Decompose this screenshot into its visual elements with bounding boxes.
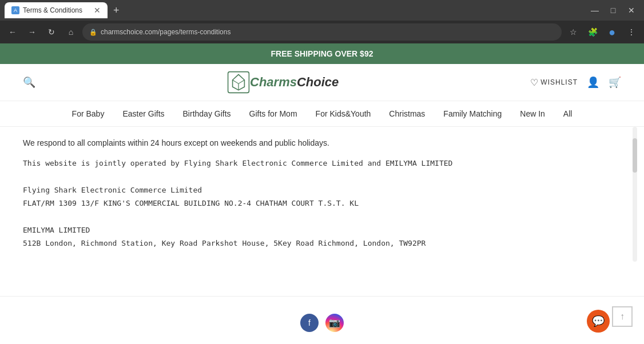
nav-item-birthday-gifts[interactable]: Birthday Gifts (174, 101, 240, 126)
banner-text: FREE SHIPPING OVER $92 (271, 49, 373, 58)
lock-icon: 🔒 (89, 29, 97, 36)
home-button[interactable]: ⌂ (63, 24, 79, 40)
wishlist-button[interactable]: ♡ WISHLIST (530, 77, 578, 88)
nav-item-for-kids-youth[interactable]: For Kids&Youth (307, 101, 380, 126)
new-tab-button[interactable]: + (110, 5, 123, 17)
instagram-icon[interactable]: 📷 (325, 314, 344, 332)
bookmark-button[interactable]: ☆ (565, 24, 581, 40)
complaints-text: We respond to all complaints within 24 h… (23, 138, 621, 147)
browser-chrome: A Terms & Conditions ✕ + — □ ✕ ← → ↻ ⌂ 🔒… (0, 0, 644, 43)
maximize-button[interactable]: □ (605, 2, 621, 18)
chat-button[interactable]: 💬 (587, 310, 610, 333)
url-input[interactable] (101, 28, 555, 36)
cart-button[interactable]: 🛒 (609, 76, 621, 89)
nav-item-family-matching[interactable]: Family Matching (434, 101, 511, 126)
more-button[interactable]: ⋮ (623, 24, 639, 40)
search-button[interactable]: 🔍 (23, 76, 35, 89)
logo-text: CharmsChoice (250, 75, 339, 90)
header-left: 🔍 (23, 76, 35, 89)
nav-item-all[interactable]: All (554, 101, 582, 126)
emilyma-name: EMILYMA LIMITED (23, 223, 621, 237)
tab-favicon: A (11, 6, 19, 14)
scrollbar-track (633, 127, 637, 262)
emilyma-address: 512B London, Richmond Station, Key Road … (23, 237, 621, 250)
heart-icon: ♡ (530, 77, 538, 88)
nav-item-gifts-for-mom[interactable]: Gifts for Mom (240, 101, 307, 126)
nav-item-christmas[interactable]: Christmas (380, 101, 434, 126)
facebook-icon[interactable]: f (300, 314, 319, 332)
flying-shark-address: FLAT/RM 1309 13/F KING'S COMMERCIAL BUIL… (23, 197, 621, 210)
nav-item-new-in[interactable]: New In (511, 101, 554, 126)
tab-bar: A Terms & Conditions ✕ + — □ ✕ (0, 0, 644, 21)
account-button[interactable]: 👤 (587, 76, 599, 89)
site-footer: f 📷 CONTACT US About Us Contact Us Email… (0, 296, 644, 344)
flying-shark-name: Flying Shark Electronic Commerce Limited (23, 183, 621, 197)
browser-toolbar: ← → ↻ ⌂ 🔒 ☆ 🧩 ● ⋮ (0, 21, 644, 43)
scroll-to-top-button[interactable]: ↑ (612, 306, 633, 327)
company-info: This website is jointly operated by Flyi… (23, 157, 621, 250)
profile-button[interactable]: ● (604, 24, 620, 40)
refresh-button[interactable]: ↻ (43, 24, 59, 40)
active-tab[interactable]: A Terms & Conditions ✕ (5, 2, 108, 18)
extensions-button[interactable]: 🧩 (585, 24, 601, 40)
forward-button[interactable]: → (24, 24, 40, 40)
logo-container[interactable]: CharmsChoice (227, 71, 339, 94)
shipping-banner: FREE SHIPPING OVER $92 (0, 43, 644, 64)
nav-item-for-baby[interactable]: For Baby (63, 101, 114, 126)
logo-icon (227, 71, 250, 94)
header-right: ♡ WISHLIST 👤 🛒 (530, 76, 621, 89)
scrollbar[interactable] (630, 127, 637, 262)
main-navigation: For Baby Easter Gifts Birthday Gifts Gif… (0, 101, 644, 127)
chat-icon: 💬 (592, 315, 605, 327)
tab-close-button[interactable]: ✕ (94, 6, 101, 15)
minimize-button[interactable]: — (587, 2, 603, 18)
content-area: We respond to all complaints within 24 h… (0, 127, 644, 262)
site-header: 🔍 CharmsChoice ♡ WISHLIST 👤 🛒 (0, 64, 644, 101)
footer-spacer (0, 262, 644, 296)
nav-item-easter-gifts[interactable]: Easter Gifts (113, 101, 173, 126)
scrollbar-thumb[interactable] (633, 138, 637, 173)
tab-title: Terms & Conditions (23, 6, 82, 14)
address-bar[interactable]: 🔒 (82, 23, 562, 41)
close-window-button[interactable]: ✕ (623, 2, 639, 18)
wishlist-label: WISHLIST (540, 78, 578, 86)
joint-operation-text: This website is jointly operated by Flyi… (23, 157, 621, 170)
back-button[interactable]: ← (5, 24, 21, 40)
social-icons: f 📷 (34, 314, 610, 332)
